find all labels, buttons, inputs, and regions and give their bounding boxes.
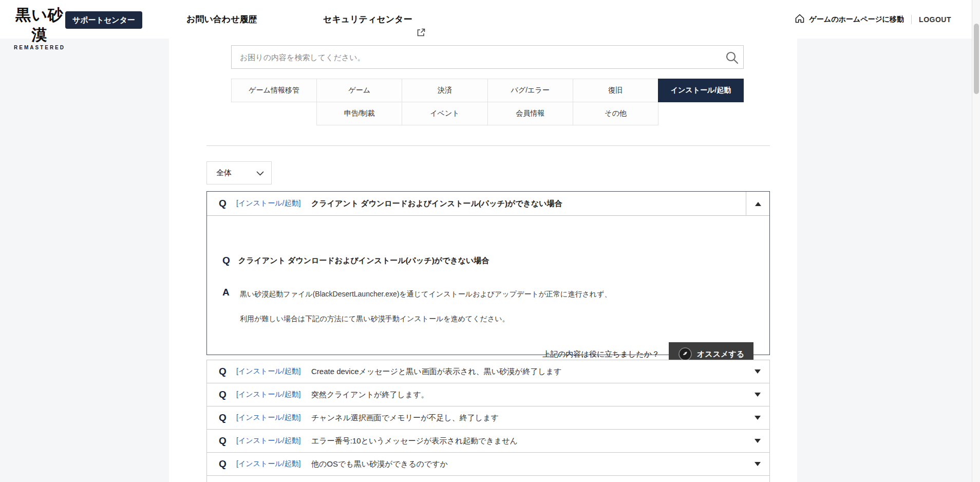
faq-item-title: 他のOSでも黒い砂漠ができるのですか xyxy=(311,459,448,469)
faq-expanded-body: Q クライアント ダウンロードおよびインストール(パッチ)ができない場合 A 黒… xyxy=(207,216,769,355)
faq-category-link[interactable]: [インストール/起動] xyxy=(236,390,300,399)
chevron-down-icon xyxy=(755,462,761,466)
collapse-button[interactable] xyxy=(746,192,769,216)
q-marker: Q xyxy=(219,198,227,209)
list-item[interactable]: Q [インストール/起動] チャンネル選択画面でメモリーが不足し、終了します xyxy=(206,406,770,430)
expand-button[interactable] xyxy=(746,430,769,452)
expand-button[interactable] xyxy=(746,453,769,475)
logo[interactable]: 黒い砂漠 REMASTERED xyxy=(9,5,70,50)
section-divider xyxy=(206,145,770,146)
tab-payment[interactable]: 決済 xyxy=(402,79,487,102)
list-item[interactable]: Q [インストール/起動] エラー番号:10というメッセージが表示され起動できま… xyxy=(206,429,770,453)
logo-title: 黒い砂漠 xyxy=(9,5,70,45)
chevron-down-icon xyxy=(755,393,761,397)
list-item[interactable]: Q [インストール/起動] 他のOSでも黒い砂漠ができるのですか xyxy=(206,452,770,476)
header-divider xyxy=(911,15,912,24)
expand-button[interactable] xyxy=(746,360,769,383)
chevron-up-icon xyxy=(755,202,761,206)
faq-category-link[interactable]: [インストール/起動] xyxy=(236,413,300,422)
faq-question-text: クライアント ダウンロードおよびインストール(パッチ)ができない場合 xyxy=(238,256,489,266)
logo-subtitle: REMASTERED xyxy=(9,45,70,50)
scrollbar[interactable] xyxy=(972,0,980,482)
nav-item-security-center[interactable]: セキュリティセンター xyxy=(323,0,425,39)
q-marker: Q xyxy=(219,412,227,423)
category-tabs: ゲーム情報移管 ゲーム 決済 バグ/エラー 復旧 インストール/起動 申告/制裁… xyxy=(231,79,744,125)
faq-answer-line2: 利用が難しい場合は下記の方法にて黒い砂漠手動インストールを進めてください。 xyxy=(240,314,510,324)
tab-event[interactable]: イベント xyxy=(402,102,487,125)
q-marker: Q xyxy=(219,435,227,447)
category-tabs-row2: 申告/制裁 イベント 会員情報 その他 xyxy=(316,102,658,125)
search-bar xyxy=(231,45,744,69)
filter-selected-label: 全体 xyxy=(216,168,232,178)
faq-expanded-header[interactable]: Q [インストール/起動] クライアント ダウンロードおよびインストール(パッチ… xyxy=(207,192,769,216)
recommend-icon xyxy=(678,347,692,361)
expand-button[interactable] xyxy=(746,383,769,406)
tab-report-sanction[interactable]: 申告/制裁 xyxy=(316,102,402,125)
faq-answer-line1: 黒い砂漠起動ファイル(BlackDesertLauncher.exe)を通じてイ… xyxy=(240,290,611,299)
tab-bug-error[interactable]: バグ/エラー xyxy=(487,79,573,102)
header: 黒い砂漠 REMASTERED サポートセンター お問い合わせ履歴 セキュリティ… xyxy=(0,0,980,39)
game-homepage-link[interactable]: ゲームのホームページに移動 xyxy=(795,13,904,25)
faq-category-link[interactable]: [インストール/起動] xyxy=(236,436,300,446)
faq-item-title: Create deviceメッセージと黒い画面が表示され、黒い砂漠が終了します xyxy=(311,367,561,377)
tab-member-info[interactable]: 会員情報 xyxy=(487,102,573,125)
support-center-button[interactable]: サポートセンター xyxy=(65,11,142,29)
filter-dropdown[interactable]: 全体 xyxy=(206,161,272,184)
support-center-page: 黒い砂漠 REMASTERED サポートセンター お問い合わせ履歴 セキュリティ… xyxy=(0,0,980,482)
faq-category-link[interactable]: [インストール/起動] xyxy=(236,367,300,376)
chevron-down-icon xyxy=(755,439,761,443)
q-marker: Q xyxy=(219,458,227,470)
faq-expanded-item: Q [インストール/起動] クライアント ダウンロードおよびインストール(パッチ… xyxy=(206,191,770,355)
list-item[interactable]: Q [インストール/起動] 突然クライアントが終了します。 xyxy=(206,383,770,406)
faq-item-title: 突然クライアントが終了します。 xyxy=(311,390,429,400)
list-item-partial[interactable] xyxy=(206,475,770,482)
faq-list: Q [インストール/起動] Create deviceメッセージと黒い画面が表示… xyxy=(206,360,770,482)
faq-question-row: Q クライアント ダウンロードおよびインストール(パッチ)ができない場合 xyxy=(222,255,489,266)
search-icon[interactable] xyxy=(725,50,739,65)
a-marker: A xyxy=(222,287,230,298)
expand-button[interactable] xyxy=(746,406,769,429)
q-marker: Q xyxy=(219,389,227,400)
q-marker: Q xyxy=(222,255,230,266)
header-right-group: ゲームのホームページに移動 LOGOUT xyxy=(795,0,951,39)
tab-game[interactable]: ゲーム xyxy=(316,79,402,102)
home-icon xyxy=(795,13,805,25)
nav-item-inquiry-history[interactable]: お問い合わせ履歴 xyxy=(186,0,257,39)
scrollbar-thumb[interactable] xyxy=(974,24,979,94)
game-homepage-label: ゲームのホームページに移動 xyxy=(809,15,904,24)
chevron-down-icon xyxy=(755,369,761,374)
nav-security-label: セキュリティセンター xyxy=(323,0,412,39)
tab-other[interactable]: その他 xyxy=(573,102,658,125)
faq-item-title: エラー番号:10というメッセージが表示され起動できません xyxy=(311,436,518,446)
search-input[interactable] xyxy=(232,46,743,68)
tab-game-info-transfer[interactable]: ゲーム情報移管 xyxy=(231,79,317,102)
chevron-down-icon xyxy=(755,416,761,420)
faq-category-link[interactable]: [インストール/起動] xyxy=(236,459,300,469)
list-item[interactable]: Q [インストール/起動] Create deviceメッセージと黒い画面が表示… xyxy=(206,360,770,383)
tab-install-launch[interactable]: インストール/起動 xyxy=(658,79,744,102)
q-marker: Q xyxy=(219,366,227,377)
category-tabs-row1: ゲーム情報移管 ゲーム 決済 バグ/エラー 復旧 インストール/起動 xyxy=(231,79,744,102)
chevron-down-icon xyxy=(256,169,264,177)
logout-link[interactable]: LOGOUT xyxy=(919,15,951,24)
tab-recovery[interactable]: 復旧 xyxy=(573,79,658,102)
external-link-icon xyxy=(417,15,425,24)
faq-item-title: クライアント ダウンロードおよびインストール(パッチ)ができない場合 xyxy=(311,199,562,209)
faq-category-link[interactable]: [インストール/起動] xyxy=(236,199,300,208)
recommend-button-label: オススメする xyxy=(697,349,744,359)
faq-item-title: チャンネル選択画面でメモリーが不足し、終了します xyxy=(311,413,499,423)
